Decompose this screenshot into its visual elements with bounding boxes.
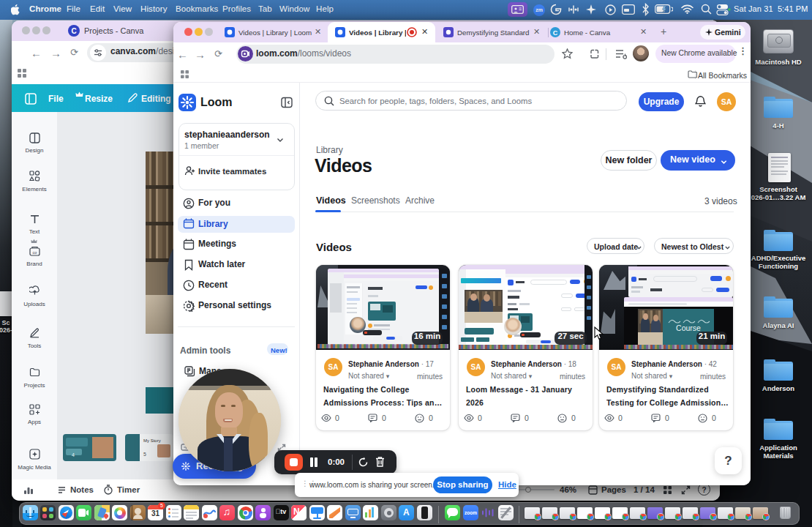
svg-text:co: co — [33, 250, 37, 255]
svg-text:C: C — [553, 29, 558, 37]
svg-text:C: C — [71, 27, 76, 35]
